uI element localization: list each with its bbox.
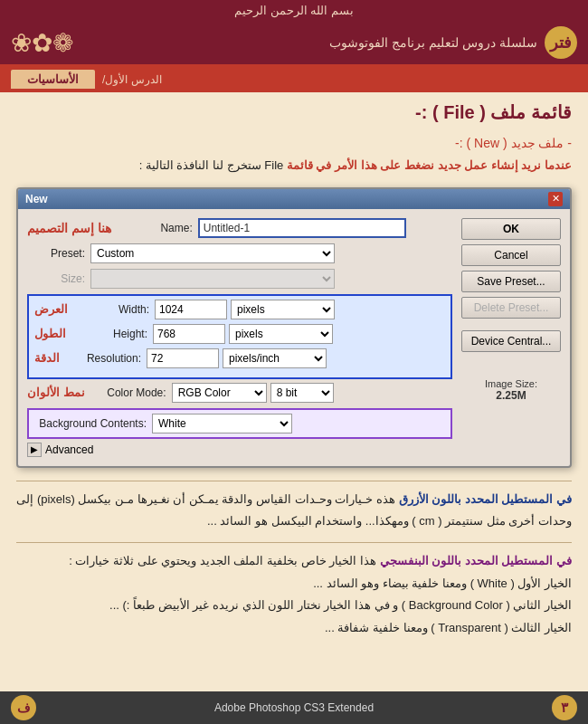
bits-select[interactable]: 8 bit 16 bit 32 bit — [270, 383, 334, 403]
width-input[interactable] — [155, 300, 227, 319]
delete-preset-button[interactable]: Delete Preset... — [461, 297, 561, 319]
device-central-button[interactable]: Device Central... — [461, 330, 561, 352]
name-label: Name: — [117, 222, 198, 234]
cancel-button[interactable]: Cancel — [461, 244, 561, 266]
resolution-unit-select[interactable]: pixels/inch pixels/cm — [223, 348, 327, 368]
page-title-container: قائمة ملف ( File ) :- — [16, 101, 572, 123]
height-label: Height: — [71, 328, 153, 340]
desc-highlight: عندما نريد إنشاء عمل جديد نضغط على هذا ا… — [283, 158, 572, 172]
exp2-option1: الخيار الأول ( White ) ومعنا خلفية بيضاء… — [16, 573, 572, 595]
colormode-row: نمط الألوان Color Mode: RGB Color CMYK C… — [27, 383, 452, 403]
content-area: قائمة ملف ( File ) :- - ملف جديد ( New )… — [0, 92, 588, 658]
image-size-container: Image Size: 2.25M — [461, 371, 561, 402]
bottom-logo: ف — [11, 695, 36, 720]
colormode-label-ar: نمط الألوان — [27, 386, 85, 399]
header-main: ❀✿❁ سلسلة دروس لتعليم برنامج الفوتوشوب ف… — [0, 21, 588, 66]
dialog-close-button[interactable]: ✕ — [548, 192, 563, 206]
preset-select[interactable]: Custom — [90, 243, 335, 263]
exp1-text: في المستطيل المحدد باللون الأزرق هذه خـي… — [16, 492, 572, 529]
advanced-label: Advanced — [45, 443, 93, 456]
resolution-row: الدقة Resolution: pixels/inch pixels/cm — [34, 348, 445, 368]
size-select[interactable] — [90, 269, 335, 289]
bismillah-bar: بسم الله الرحمن الرحيم — [0, 0, 588, 21]
name-input[interactable] — [198, 218, 406, 238]
breadcrumb: الدرس الأول/ — [102, 73, 162, 86]
ok-button[interactable]: OK — [461, 218, 561, 240]
background-row: Background Contents: White Background Co… — [34, 414, 445, 433]
background-group: Background Contents: White Background Co… — [27, 408, 452, 439]
colormode-select[interactable]: RGB Color CMYK Color Grayscale — [172, 383, 267, 403]
height-label-ar: الطول — [34, 327, 66, 340]
exp2-option3: الخيار الثالث ( Transparent ) ومعنا خلفي… — [16, 617, 572, 640]
divider1 — [16, 481, 572, 481]
header-logo: سلسلة دروس لتعليم برنامج الفوتوشوب فتر — [329, 26, 577, 59]
exp1-blue-label: في المستطيل المحدد باللون الأزرق — [399, 492, 572, 506]
exp2-option2: الخيار الثاني ( Background Color ) و في … — [16, 595, 572, 617]
name-label-ar: هنا إسم التصميم — [27, 221, 111, 235]
size-label: Size: — [40, 272, 85, 285]
width-label-ar: العرض — [34, 302, 68, 316]
preset-label: Preset: — [40, 247, 85, 260]
width-label: Width: — [73, 303, 155, 316]
save-preset-button[interactable]: Save Preset... — [461, 271, 561, 292]
desc-file-text: File — [261, 158, 284, 172]
size-row: Size: — [27, 269, 452, 289]
resolution-label-ar: الدقة — [34, 351, 60, 365]
floral-decoration-left: ❀✿❁ — [11, 28, 73, 58]
background-label: Background Contents: — [34, 417, 152, 430]
dialog-title: New — [25, 193, 48, 205]
dialog-buttons: OK Cancel Save Preset... Delete Preset..… — [461, 218, 561, 457]
series-text: سلسلة دروس لتعليم برنامج الفوتوشوب — [329, 35, 537, 50]
background-select[interactable]: White Background Color Transparent — [152, 414, 292, 433]
page-number: ٣ — [552, 695, 577, 720]
exp2-header: في المستطيل المحدد باللون البنفسجي هذا ا… — [16, 550, 572, 573]
exp2-option1-text: الخيار الأول ( White ) ومعنا خلفية بيضاء… — [313, 576, 572, 590]
name-row: هنا إسم التصميم Name: — [27, 218, 452, 238]
page-title: قائمة ملف ( File ) :- — [415, 102, 572, 122]
exp2-option2-text: الخيار الثاني ( Background Color ) و في … — [109, 598, 572, 612]
dimensions-group: العرض Width: pixels cm inches الطول Heig… — [27, 294, 452, 379]
preset-row: Preset: Custom — [27, 243, 452, 263]
height-unit-select[interactable]: pixels cm inches — [229, 324, 333, 344]
resolution-input[interactable] — [147, 348, 219, 368]
exp2-body-intro: هذا الخيار خاص بخلفية الملف الجديد ويحتو… — [69, 554, 376, 567]
bottom-bar: ف Adobe Photoshop CS3 Extended ٣ — [0, 691, 588, 724]
exp2-purple-label: في المستطيل المحدد باللون البنفسجي — [380, 554, 572, 567]
resolution-label: Resolution: — [65, 352, 147, 365]
new-file-dialog: New ✕ هنا إسم التصميم Name: Preset: Cust… — [16, 187, 572, 468]
description-block: - ملف جديد ( New ) :- عندما نريد إنشاء ع… — [16, 132, 572, 176]
bismillah-text: بسم الله الرحمن الرحيم — [234, 4, 354, 17]
exp2-option3-text: الخيار الثالث ( Transparent ) ومعنا خلفي… — [325, 621, 572, 634]
advanced-row[interactable]: ▶ Advanced — [27, 443, 452, 457]
sub-header: الدرس الأول/ الأساسيات — [0, 66, 588, 92]
desc-line2: عندما نريد إنشاء عمل جديد نضغط على هذا ا… — [16, 155, 572, 176]
image-size-label: Image Size: — [461, 378, 561, 389]
image-size-value: 2.25M — [461, 389, 561, 402]
width-row: العرض Width: pixels cm inches — [34, 300, 445, 319]
explanation-purple: في المستطيل المحدد باللون البنفسجي هذا ا… — [16, 550, 572, 640]
height-row: الطول Height: pixels cm inches — [34, 324, 445, 344]
dialog-form: هنا إسم التصميم Name: Preset: Custom Siz… — [27, 218, 452, 457]
brand-text: فتر — [550, 33, 572, 52]
colormode-label: Color Mode: — [90, 386, 172, 399]
explanation-blue: في المستطيل المحدد باللون الأزرق هذه خـي… — [16, 489, 572, 533]
dialog-titlebar: New ✕ — [18, 189, 570, 209]
width-unit-select[interactable]: pixels cm inches — [231, 300, 335, 319]
app-name: Adobe Photoshop CS3 Extended — [214, 701, 374, 714]
desc-rest: ستخرج لنا النافذة التالية : — [139, 158, 261, 172]
brand-logo: فتر — [545, 26, 577, 59]
tab-label: الأساسيات — [11, 70, 95, 89]
height-input[interactable] — [153, 324, 225, 344]
divider2 — [16, 542, 572, 543]
dialog-body: هنا إسم التصميم Name: Preset: Custom Siz… — [18, 209, 570, 466]
desc-line1: - ملف جديد ( New ) :- — [16, 132, 572, 155]
advanced-toggle-icon[interactable]: ▶ — [27, 443, 42, 457]
